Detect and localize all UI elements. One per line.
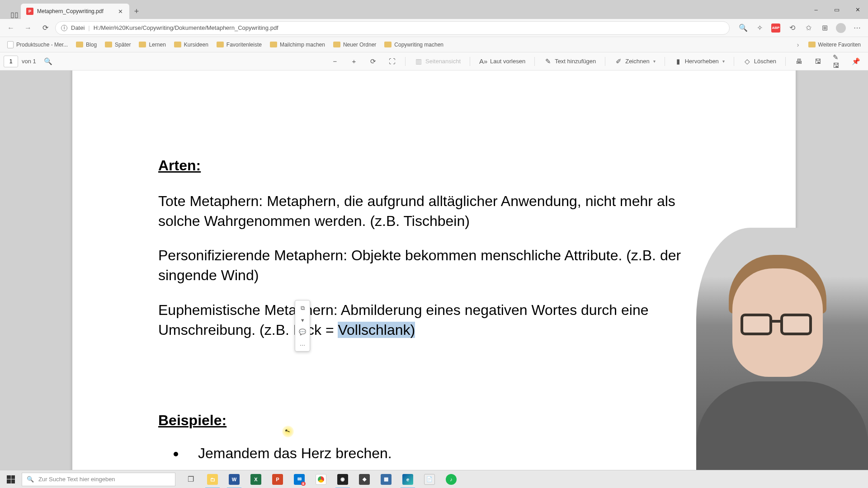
bookmark-item[interactable]: Lernen <box>135 40 169 50</box>
window-close-button[interactable]: ✕ <box>847 0 868 19</box>
pdf-page[interactable]: auslösen. Arten: Tote Metaphern: Metaphe… <box>72 70 796 488</box>
zoom-icon[interactable]: 🔍 <box>736 21 750 35</box>
new-tab-button[interactable]: + <box>129 4 144 19</box>
save-as-icon: ✎🖫 <box>833 57 841 66</box>
chrome-icon <box>316 474 326 485</box>
bookmark-item[interactable]: Blog <box>72 40 100 50</box>
minus-icon: − <box>331 57 339 66</box>
tab-close-button[interactable]: ✕ <box>117 8 124 15</box>
page-view-icon: ▥ <box>415 57 423 66</box>
pen-icon: ✐ <box>614 57 623 66</box>
print-button[interactable]: 🖶 <box>790 55 807 68</box>
taskbar-app-excel[interactable]: X <box>245 470 267 488</box>
sync-icon[interactable]: ⟲ <box>785 21 799 35</box>
taskbar-app-generic2[interactable]: ▦ <box>375 470 397 488</box>
highlight-button[interactable]: ▮Hervorheben▾ <box>670 55 729 68</box>
doc-bullet: Jemandem das Herz brechen. <box>185 445 710 462</box>
selection-toolbar: ⧉ ▾ 💬 … <box>295 300 310 352</box>
window-minimize-button[interactable]: – <box>806 0 826 19</box>
comment-icon[interactable]: 💬 <box>295 326 310 338</box>
bookmark-item[interactable]: Favoritenleiste <box>213 40 265 50</box>
pdf-icon <box>26 8 33 15</box>
nav-back-button[interactable]: ← <box>4 21 18 35</box>
edge-icon: e <box>402 474 413 485</box>
doc-heading-arten: Arten: <box>158 157 710 174</box>
add-text-button[interactable]: ✎Text hinzufügen <box>539 55 600 68</box>
spotify-icon: ♪ <box>446 474 457 485</box>
search-placeholder: Zur Suche Text hier eingeben <box>38 476 115 483</box>
zoom-in-button[interactable]: + <box>345 55 363 68</box>
zoom-out-button[interactable]: − <box>326 55 344 68</box>
highlight-selection-icon[interactable]: ▾ <box>295 314 310 326</box>
bookmark-item[interactable]: Kursideen <box>170 40 212 50</box>
bookmark-item[interactable]: Produktsuche - Mer... <box>4 39 71 50</box>
taskbar-app-chrome[interactable] <box>310 470 332 488</box>
page-number-input[interactable] <box>4 56 18 67</box>
address-input[interactable]: i Datei | H:/Mein%20Kurse/Copywriting/Do… <box>55 21 730 35</box>
folder-icon <box>139 42 146 47</box>
pin-toolbar-button[interactable]: 📌 <box>847 55 864 68</box>
task-view-button[interactable]: ❐ <box>180 470 202 488</box>
taskbar-app-word[interactable]: W <box>223 470 245 488</box>
highlight-icon: ▮ <box>674 57 682 66</box>
taskbar-app-edge[interactable]: e <box>397 470 419 488</box>
tabs-button[interactable]: ▯▯ <box>8 10 21 19</box>
print-icon: 🖶 <box>795 57 803 66</box>
reader-icon[interactable]: ✧ <box>752 21 767 35</box>
taskbar-app-generic1[interactable]: ◆ <box>354 470 375 488</box>
save-icon: 🖫 <box>814 57 822 66</box>
app-icon: ◆ <box>359 474 370 485</box>
window-maximize-button[interactable]: ▭ <box>826 0 847 19</box>
folder-icon <box>217 42 224 47</box>
page-view-button[interactable]: ▥Seitenansicht <box>410 55 465 68</box>
erase-button[interactable]: ◇Löschen <box>739 55 781 68</box>
page-icon <box>7 41 14 48</box>
browser-tab[interactable]: Metaphern_Copywriting.pdf ✕ <box>21 4 129 19</box>
bookmark-more[interactable]: Weitere Favoriten <box>805 40 864 50</box>
doc-heading-beispiele: Beispiele: <box>158 412 710 429</box>
collections-icon[interactable]: ⊞ <box>817 21 832 35</box>
taskbar-app-explorer[interactable]: 🗀 <box>202 470 223 488</box>
read-aloud-button[interactable]: A»Laut vorlesen <box>475 55 530 68</box>
address-url: H:/Mein%20Kurse/Copywriting/Dokumente/Me… <box>94 24 278 31</box>
save-button[interactable]: 🖫 <box>809 55 826 68</box>
taskbar-app-mail[interactable]: ✉8 <box>288 470 310 488</box>
find-button[interactable]: 🔍 <box>40 55 57 68</box>
bookmark-item[interactable]: Später <box>101 40 134 50</box>
save-as-button[interactable]: ✎🖫 <box>828 55 845 68</box>
webcam-overlay <box>696 228 868 472</box>
more-icon[interactable]: … <box>295 338 310 349</box>
taskbar-app-obs[interactable]: ◉ <box>332 470 354 488</box>
taskbar-app-powerpoint[interactable]: P <box>267 470 288 488</box>
taskbar-search[interactable]: 🔍 Zur Suche Text hier eingeben <box>22 473 175 486</box>
copy-icon[interactable]: ⧉ <box>295 302 310 314</box>
word-icon: W <box>229 474 240 485</box>
favorites-icon[interactable]: ✩ <box>801 21 816 35</box>
task-view-icon: ❐ <box>188 475 194 483</box>
rotate-button[interactable]: ⟳ <box>364 55 382 68</box>
bookmark-item[interactable]: Neuer Ordner <box>330 40 380 50</box>
search-icon: 🔍 <box>27 476 34 483</box>
text-selection[interactable]: Vollschlank) <box>338 322 415 338</box>
chevron-down-icon[interactable]: ▾ <box>722 59 725 64</box>
powerpoint-icon: P <box>272 474 283 485</box>
menu-icon[interactable]: ⋯ <box>850 21 864 35</box>
taskbar-app-notepad[interactable]: 📄 <box>419 470 440 488</box>
folder-icon: 🗀 <box>207 474 218 485</box>
taskbar-app-spotify[interactable]: ♪ <box>440 470 462 488</box>
fit-page-button[interactable]: ⛶ <box>383 55 401 68</box>
nav-refresh-button[interactable]: ⟳ <box>38 21 52 35</box>
draw-button[interactable]: ✐Zeichnen▾ <box>610 55 660 68</box>
bookmarks-overflow-icon[interactable]: › <box>794 41 802 48</box>
info-icon[interactable]: i <box>61 25 67 31</box>
excel-icon: X <box>250 474 261 485</box>
folder-icon <box>174 42 181 47</box>
bookmark-item[interactable]: Mailchimp machen <box>266 40 329 50</box>
chevron-down-icon[interactable]: ▾ <box>653 59 656 64</box>
bookmark-item[interactable]: Copywriting machen <box>381 40 447 50</box>
start-button[interactable] <box>0 470 22 488</box>
search-icon: 🔍 <box>44 57 52 66</box>
doc-paragraph: Personifizierende Metaphern: Objekte bek… <box>158 245 710 285</box>
profile-icon[interactable] <box>834 21 848 35</box>
abp-icon[interactable]: ABP <box>769 21 783 35</box>
